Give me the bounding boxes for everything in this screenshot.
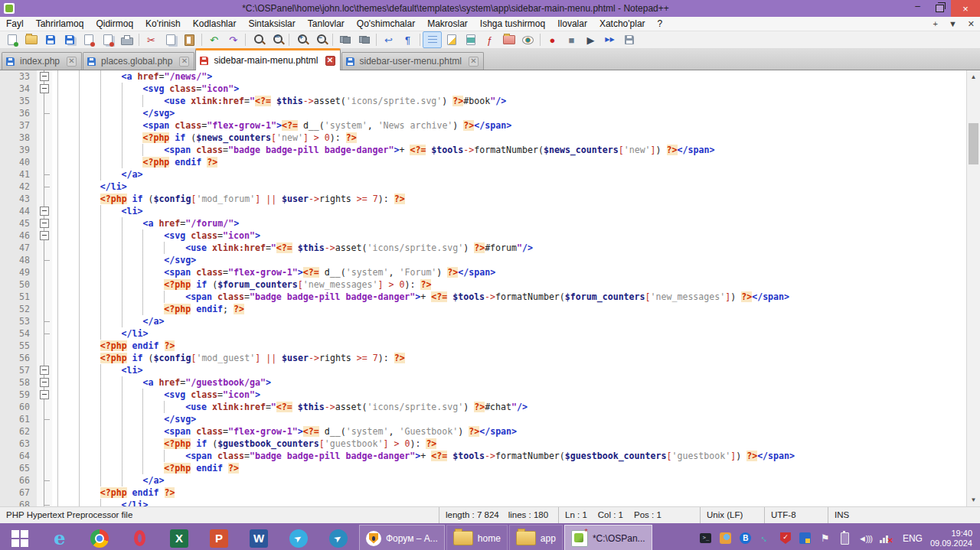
word-icon[interactable]: W bbox=[239, 523, 279, 550]
code-line[interactable]: 44<li> bbox=[0, 205, 967, 217]
macro-record-button[interactable]: ● bbox=[543, 31, 562, 48]
close-tab-icon[interactable]: ✕ bbox=[962, 19, 980, 29]
fold-collapse-icon[interactable] bbox=[40, 378, 49, 387]
code-line[interactable]: 48</svg> bbox=[0, 254, 967, 266]
tab-sidebar-main-menu.phtml[interactable]: sidebar-main-menu.phtml✕ bbox=[195, 48, 340, 70]
tab-close-icon[interactable]: ✕ bbox=[469, 57, 479, 67]
start-button[interactable] bbox=[0, 523, 40, 550]
new-tab-icon[interactable]: + bbox=[927, 19, 942, 28]
tab-close-icon[interactable]: ✕ bbox=[325, 56, 335, 66]
code-line[interactable]: 45<a href="/forum/"> bbox=[0, 217, 967, 229]
code-line[interactable]: 60<use xlink:href="<?= $this->asset('ico… bbox=[0, 401, 967, 413]
code-line[interactable]: 35<use xlink:href="<?= $this->asset('ico… bbox=[0, 95, 967, 107]
fold-collapse-icon[interactable] bbox=[40, 390, 49, 399]
tab-close-icon[interactable]: ✕ bbox=[67, 57, 77, 67]
code-line[interactable]: 37<span class="flex-grow-1"><?= d__('sys… bbox=[0, 119, 967, 132]
opera-icon[interactable] bbox=[119, 523, 159, 550]
close-button[interactable]: × bbox=[951, 0, 980, 17]
code-line[interactable]: 63<?php if ($guestbook_counters['guestbo… bbox=[0, 438, 967, 450]
word-wrap-button[interactable]: ↩ bbox=[379, 31, 398, 48]
tab-list-icon[interactable]: ▼ bbox=[943, 19, 962, 28]
code-line[interactable]: 54</li> bbox=[0, 327, 967, 340]
network-tray-icon[interactable]: ✕ bbox=[878, 532, 891, 545]
fold-collapse-icon[interactable] bbox=[40, 84, 49, 93]
code-line[interactable]: 67<?php endif ?> bbox=[0, 487, 967, 499]
function-list-button[interactable]: ƒ bbox=[480, 31, 499, 48]
chrome-icon[interactable] bbox=[80, 523, 119, 550]
menu-item-tahrirlamoq[interactable]: Tahrirlamoq bbox=[30, 17, 90, 31]
restore-button[interactable] bbox=[929, 0, 951, 17]
close-all-button[interactable] bbox=[98, 31, 117, 48]
macro-play-button[interactable]: ▶ bbox=[581, 31, 600, 48]
sync-vertical-button[interactable] bbox=[335, 31, 354, 48]
task-folder-home[interactable]: home bbox=[446, 525, 508, 550]
telegram-icon[interactable]: ➤ bbox=[279, 523, 318, 550]
menu-item-qo-shimchalar[interactable]: Qo'shimchalar bbox=[351, 17, 421, 31]
vertical-scrollbar[interactable]: ▲ ▼ bbox=[966, 70, 980, 506]
code-line[interactable]: 33<a href="/news/"> bbox=[0, 70, 967, 83]
console-tray-icon[interactable]: >_ bbox=[699, 532, 712, 545]
zoom-out-button[interactable]: − bbox=[311, 31, 330, 48]
scroll-down-arrow[interactable]: ▼ bbox=[967, 493, 980, 506]
code-line[interactable]: 51<span class="badge badge-pill badge-da… bbox=[0, 291, 967, 303]
telegram-2-icon[interactable]: ➤ bbox=[318, 523, 358, 550]
menu-item-tanlovlar[interactable]: Tanlovlar bbox=[302, 17, 351, 31]
menu-item-makroslar[interactable]: Makroslar bbox=[421, 17, 474, 31]
menu-item-ko-rinish[interactable]: Ko'rinish bbox=[139, 17, 187, 31]
folder-as-workspace-button[interactable] bbox=[499, 31, 518, 48]
new-file-button[interactable] bbox=[2, 31, 21, 48]
code-line[interactable]: 59<svg class="icon"> bbox=[0, 389, 967, 401]
code-line[interactable]: 43<?php if ($config['mod_forum'] || $use… bbox=[0, 193, 967, 205]
fold-collapse-icon[interactable] bbox=[40, 366, 49, 375]
scrollbar-thumb[interactable] bbox=[969, 123, 978, 164]
document-list-button[interactable] bbox=[461, 31, 480, 48]
save-all-button[interactable] bbox=[60, 31, 79, 48]
battery-tray-icon[interactable] bbox=[838, 532, 851, 545]
zoom-in-button[interactable]: + bbox=[292, 31, 311, 48]
show-all-characters-button[interactable]: ¶ bbox=[398, 31, 417, 48]
code-line[interactable]: 58<a href="/guestbook/ga"> bbox=[0, 376, 967, 389]
code-line[interactable]: 53</a> bbox=[0, 315, 967, 327]
task-notepadpp[interactable]: *C:\OSPan... bbox=[564, 525, 652, 550]
menu-item-ishga-tushirmoq[interactable]: Ishga tushirmoq bbox=[474, 17, 551, 31]
open-file-button[interactable] bbox=[21, 31, 41, 48]
code-line[interactable]: 34<svg class="icon"> bbox=[0, 83, 967, 95]
code-line[interactable]: 38<?php if ($news_counters['new'] > 0): … bbox=[0, 132, 967, 144]
tab-places.global.php[interactable]: places.global.php✕ bbox=[83, 52, 194, 70]
code-line[interactable]: 42</li> bbox=[0, 181, 967, 193]
tab-sidebar-user-menu.phtml[interactable]: sidebar-user-menu.phtml✕ bbox=[341, 52, 484, 70]
macro-save-button[interactable] bbox=[619, 31, 639, 48]
menu-item-fayl[interactable]: Fayl bbox=[0, 17, 30, 31]
status-encoding[interactable]: UTF-8 bbox=[764, 507, 828, 523]
task-folder-app[interactable]: app bbox=[509, 525, 563, 550]
paste-button[interactable] bbox=[180, 31, 199, 48]
fold-collapse-icon[interactable] bbox=[40, 207, 49, 216]
code-line[interactable]: 57<li> bbox=[0, 364, 967, 376]
print-button[interactable] bbox=[117, 31, 136, 48]
document-map-button[interactable] bbox=[442, 31, 461, 48]
macro-stop-button[interactable]: ■ bbox=[562, 31, 581, 48]
code-line[interactable]: 46<svg class="icon"> bbox=[0, 229, 967, 242]
status-eol-format[interactable]: Unix (LF) bbox=[700, 507, 764, 523]
undo-button[interactable]: ↶ bbox=[204, 31, 224, 48]
powerpoint-icon[interactable]: P bbox=[199, 523, 239, 550]
show-indent-guide-button[interactable] bbox=[423, 31, 442, 48]
code-line[interactable]: 65<?php endif ?> bbox=[0, 462, 967, 474]
task-forum-browser[interactable]: Форум – А... bbox=[359, 525, 445, 550]
menu-item-?[interactable]: ? bbox=[652, 17, 669, 31]
taskbar-clock[interactable]: 19:40 09.09.2024 bbox=[930, 529, 972, 548]
tab-index.php[interactable]: index.php✕ bbox=[2, 52, 82, 70]
sync-horizontal-button[interactable] bbox=[354, 31, 374, 48]
code-line[interactable]: 47<use xlink:href="<?= $this->asset('ico… bbox=[0, 242, 967, 254]
language-indicator[interactable]: ENG bbox=[903, 533, 923, 544]
find-button[interactable] bbox=[248, 31, 267, 48]
save-file-button[interactable] bbox=[41, 31, 60, 48]
flag-tray-icon[interactable]: ⚑ bbox=[818, 532, 831, 545]
scroll-up-arrow[interactable]: ▲ bbox=[967, 70, 980, 83]
code-line[interactable]: 52<?php endif; ?> bbox=[0, 303, 967, 315]
fold-collapse-icon[interactable] bbox=[40, 72, 49, 81]
bluetooth-tray-icon[interactable]: B bbox=[739, 532, 752, 545]
macro-run-multiple-button[interactable]: ▶▶ bbox=[600, 31, 619, 48]
code-line[interactable]: 56<?php if ($config['mod_guest'] || $use… bbox=[0, 352, 967, 364]
code-line[interactable]: 66</a> bbox=[0, 474, 967, 487]
